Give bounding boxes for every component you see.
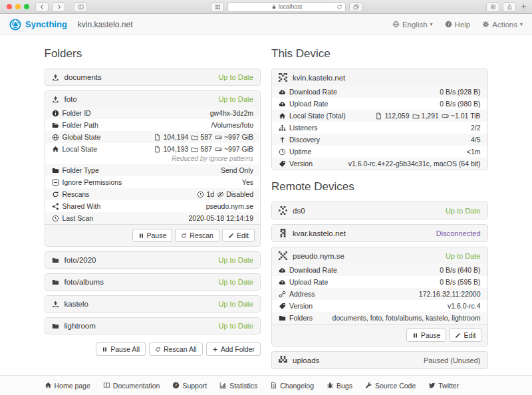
disk-icon (442, 112, 449, 120)
footer-link-support[interactable]: Support (172, 382, 207, 390)
actions-menu[interactable]: Actions ▾ (482, 21, 523, 29)
pause-button[interactable]: Pause (406, 329, 447, 342)
footer-link-changelog[interactable]: Changelog (270, 382, 314, 390)
footer-link-source[interactable]: Source Code (365, 382, 416, 390)
add-folder-button[interactable]: Add Folder (206, 342, 261, 356)
rescan-all-button[interactable]: Rescan All (149, 342, 203, 356)
footer-link-statistics[interactable]: Statistics (219, 382, 257, 390)
row-label: Local State (Total) (289, 112, 346, 120)
edit-button[interactable]: Edit (222, 229, 255, 242)
eye-slash-icon (217, 191, 224, 198)
device-header-kvar[interactable]: kvar.kastelo.net Disconnected (272, 225, 487, 241)
folder-panel-lightroom: lightroom Up to Date (45, 317, 261, 334)
rescan-button[interactable]: Rescan (175, 229, 219, 242)
folder-panel-foto: foto Up to Date Folder ID gw4hx-3dz2m Fo… (45, 90, 261, 247)
dirs-count: 587 (200, 133, 212, 142)
listeners-value: 2/2 (471, 124, 481, 132)
row-value: 0 B/s (595 B) (440, 278, 480, 287)
device-header-ds0[interactable]: ds0 Up to Date (272, 202, 487, 219)
top-sites-button[interactable] (211, 2, 224, 12)
table-row: Local State 104,193 587 ~997 GiB Reduced… (45, 143, 261, 164)
home-icon (279, 112, 286, 120)
folder-panel-documents: documents Up to Date (45, 68, 261, 86)
this-device-heading: This Device (271, 47, 488, 61)
device-status: Disconnected (436, 229, 481, 237)
folder-header-foto[interactable]: foto Up to Date (45, 91, 261, 107)
folder-header-fotoalbums[interactable]: foto/albums Up to Date (45, 274, 261, 290)
row-label: Ignore Permissions (63, 178, 122, 187)
refresh-icon (52, 191, 59, 198)
twitter-icon (428, 382, 436, 389)
bar-chart-icon (219, 382, 227, 389)
page-title: kvin.kastelo.net (78, 20, 133, 29)
minimize-window-button[interactable] (15, 4, 21, 9)
pause-button[interactable]: Pause (132, 229, 173, 242)
actions-label: Actions (492, 21, 517, 29)
discovery-value: 4/5 (471, 136, 481, 144)
new-tab-button[interactable] (519, 2, 528, 11)
folder-header-lightroom[interactable]: lightroom Up to Date (45, 318, 261, 334)
row-label: Version (289, 302, 313, 311)
row-label: Version (289, 160, 313, 168)
directories-icon (191, 146, 198, 153)
folder-status: Up to Date (218, 300, 253, 308)
row-label: Upload Rate (289, 100, 328, 108)
share-button[interactable] (503, 2, 516, 12)
language-menu[interactable]: English ▾ (392, 21, 433, 29)
help-icon (445, 21, 452, 28)
extension-badge-button[interactable] (486, 2, 499, 12)
table-row: Download Rate 0 B/s (640 B) (272, 264, 487, 276)
device-header-uploads[interactable]: uploads Paused (Unused) (272, 352, 487, 368)
send-only-folder-icon (52, 74, 59, 81)
folder-open-icon (52, 122, 59, 129)
folder-name: lightroom (65, 322, 96, 330)
device-identicon (279, 251, 287, 260)
close-window-button[interactable] (7, 4, 12, 9)
link-icon (279, 291, 286, 298)
help-link[interactable]: Help (445, 21, 471, 29)
this-device-header[interactable]: kvin.kastelo.net (272, 69, 487, 86)
edit-button[interactable]: Edit (449, 329, 481, 342)
device-status: Up to Date (446, 252, 481, 260)
size-value: ~1.01 TiB (451, 112, 481, 120)
pause-all-button[interactable]: Pause All (96, 342, 146, 356)
folder-header-kastelo[interactable]: kastelo Up to Date (45, 296, 261, 312)
table-row: Address 172.16.32.11:22000 (272, 288, 487, 300)
pencil-icon (228, 233, 234, 239)
footer-link-documentation[interactable]: Documentation (103, 382, 160, 390)
plus-icon (212, 346, 218, 352)
table-row: Folder Path /Volumes/foto (45, 119, 261, 131)
directories-icon (412, 112, 420, 120)
clock-icon (197, 191, 204, 198)
address-bar[interactable]: localhost (227, 2, 346, 12)
table-row: Local State (Total) 112,059 1,291 ~1.01 … (272, 110, 487, 122)
footer-link-bugs[interactable]: Bugs (327, 382, 352, 390)
devices-column: This Device kvin.kastelo.net Download Ra… (271, 42, 488, 395)
zoom-window-button[interactable] (24, 4, 29, 9)
refresh-icon (181, 233, 187, 239)
window-controls[interactable] (7, 4, 29, 9)
page-footer: Home page Documentation Support Statisti… (0, 375, 532, 395)
device-name: ds0 (293, 207, 305, 215)
footer-link-twitter[interactable]: Twitter (428, 382, 459, 390)
device-header-pseudo[interactable]: pseudo.nym.se Up to Date (272, 247, 487, 264)
table-row: Upload Rate 0 B/s (595 B) (272, 276, 487, 288)
version-value: v1.6.0-rc.4+22-g5b34c31c, macOS (64 bit) (348, 160, 481, 168)
folder-header-documents[interactable]: documents Up to Date (45, 69, 261, 85)
forward-button[interactable] (52, 2, 65, 12)
back-button[interactable] (35, 2, 49, 12)
sidebar-toggle-button[interactable] (74, 2, 87, 12)
tab-overview-button[interactable] (349, 2, 362, 12)
folder-status: Up to Date (218, 278, 253, 286)
pencil-icon (455, 332, 461, 338)
minus-square-icon (52, 179, 59, 186)
discovery-icon (279, 136, 286, 144)
files-count: 104,194 (163, 133, 188, 142)
reload-icon[interactable] (336, 4, 342, 10)
files-icon (154, 134, 161, 141)
footer-link-home[interactable]: Home page (45, 382, 90, 390)
table-row: Uptime <1m (272, 146, 487, 158)
syncthing-brand[interactable]: Syncthing (9, 19, 67, 31)
folder-header-foto2020[interactable]: foto/2020 Up to Date (45, 252, 261, 268)
dirs-count: 1,291 (422, 112, 439, 120)
